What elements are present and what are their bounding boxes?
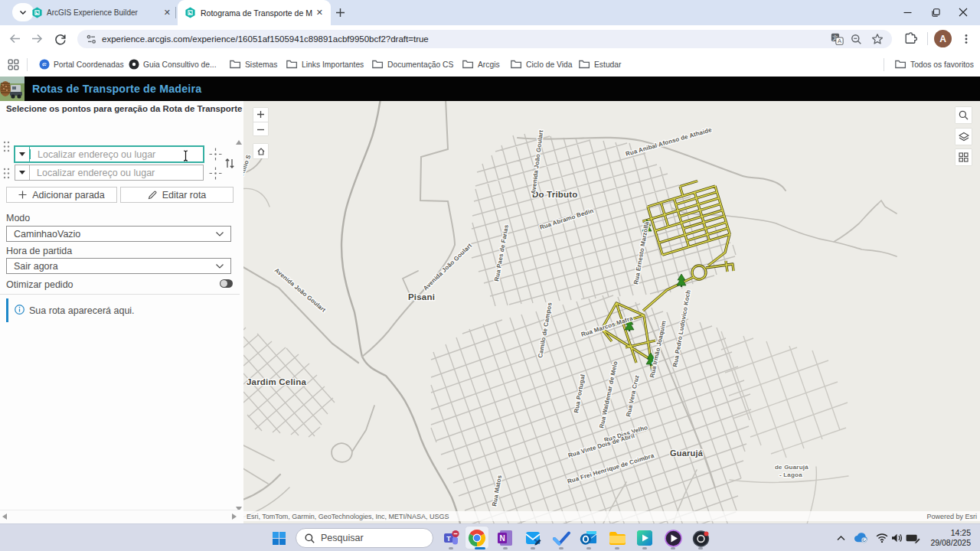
svg-text:N: N (499, 534, 505, 543)
svg-text:Do Tributo: Do Tributo (532, 190, 578, 199)
svg-text:A: A (838, 37, 842, 44)
svg-text:- Lagoa: - Lagoa (779, 471, 802, 478)
svg-text:Jardim Celina: Jardim Celina (247, 377, 306, 386)
svg-text:Pisani: Pisani (408, 292, 435, 302)
svg-text:de Guarujá: de Guarujá (775, 464, 808, 471)
svg-text:Guarujá: Guarujá (670, 448, 704, 458)
svg-text:T: T (446, 534, 451, 542)
